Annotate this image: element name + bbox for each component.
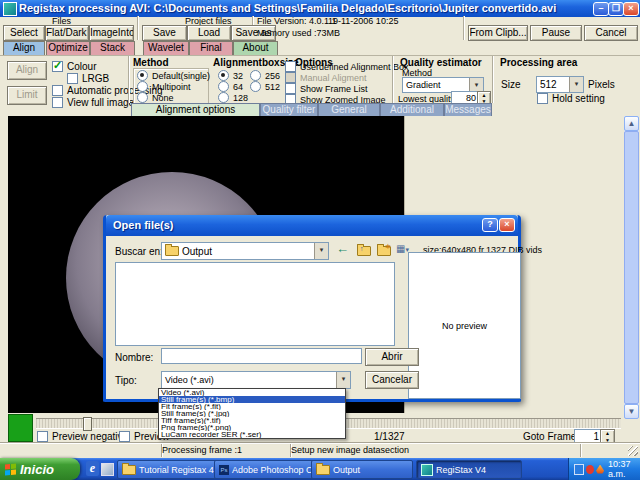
file-type-option[interactable]: Fit frame(s) (*.fit) [159,403,345,410]
status-indicator [8,414,33,442]
file-type-value: Video (*.avi) [162,375,336,385]
view-full-image-checkbox[interactable] [52,97,63,108]
scroll-up-icon[interactable]: ▲ [624,116,639,131]
open-button[interactable]: Abrir [365,348,419,366]
dialog-close-icon[interactable]: × [499,218,515,232]
tray-network-icon[interactable] [574,464,584,475]
file-type-option[interactable]: Video (*.avi) [159,389,345,396]
toolbar-separator [137,16,138,40]
boxsize-128-label: 128 [233,93,248,103]
taskbar-task-output[interactable]: Output [311,460,413,479]
colour-checkbox[interactable] [52,61,63,72]
mode-tab-align[interactable]: Align [3,41,45,56]
boxsize-256-radio[interactable] [250,70,261,81]
file-type-option[interactable]: LuCam recorder SER (*.ser) [159,431,345,438]
dialog-titlebar[interactable]: Open file(s) ? × [106,215,518,236]
from-clipboard-button[interactable]: From Clipb... [468,25,528,41]
start-button[interactable]: Inicio [0,458,80,480]
mode-tab-final[interactable]: Final [189,41,233,56]
align-button[interactable]: Align [7,61,47,80]
dropdown-arrow-icon[interactable]: ▾ [336,372,350,388]
scroll-down-icon[interactable]: ▼ [624,404,639,419]
dropdown-arrow-icon[interactable]: ▾ [314,243,328,259]
back-icon[interactable]: ← [336,241,349,256]
lrgb-checkbox[interactable] [67,73,78,84]
file-type-option[interactable]: Tiff frame(s)(*.tif) [159,417,345,424]
method-none-radio[interactable] [137,92,148,103]
mode-tab-about[interactable]: About [233,41,278,56]
taskbar-task-registax[interactable]: RegiStax V4 [416,460,522,479]
statusbar-processing: Processing frame :1 [158,444,291,457]
hold-setting-checkbox[interactable] [537,93,548,104]
quality-method-value: Gradient [403,80,469,90]
colour-label: Colour [67,61,96,72]
up-folder-icon[interactable]: ↑ [357,246,371,256]
no-preview-label: No preview [442,321,487,331]
imageinto-button[interactable]: ImageInto [89,25,134,41]
limit-button[interactable]: Limit [7,86,47,105]
cancel-button[interactable]: Cancel [584,25,638,41]
goto-frame-input[interactable]: 1 [574,429,602,444]
boxsize-32-label: 32 [233,71,243,81]
load-button[interactable]: Load [187,25,231,41]
mode-tab-stack[interactable]: Stack [90,41,135,56]
restore-button[interactable]: ❐ [608,2,624,16]
look-in-select[interactable]: Output ▾ [161,242,329,260]
dialog-cancel-button[interactable]: Cancelar [365,371,419,389]
frame-slider-thumb[interactable] [83,417,92,431]
internet-explorer-icon[interactable]: e [86,461,99,476]
boxsize-32-radio[interactable] [218,70,229,81]
quick-launch-icon[interactable] [101,463,114,476]
boxsize-64-label: 64 [233,82,243,92]
save-button[interactable]: Save [142,25,187,41]
flatdark-button[interactable]: Flat/Dark ▾ [45,25,89,41]
scrollbar-thumb[interactable] [624,131,639,404]
tray-flame-icon[interactable] [596,465,604,474]
vertical-scrollbar[interactable]: ▲ ▼ [624,116,639,418]
method-multipoint-radio[interactable] [137,81,148,92]
help-icon[interactable]: ? [482,218,498,232]
dropdown-arrow-icon[interactable]: ▾ [469,78,483,92]
taskbar-task-tutorial[interactable]: Tutorial Registax 4 [117,460,219,479]
mode-tab-wavelet[interactable]: Wavelet [143,41,189,56]
lrgb-label: LRGB [82,73,109,84]
quality-estimator-header: Quality estimator [400,57,482,68]
close-button[interactable]: × [623,2,639,16]
window-titlebar[interactable]: Registax processing AVI: C:\Documents an… [0,0,640,17]
open-file-dialog: Open file(s) ? × Buscar en: Output ▾ ← ↑… [103,215,521,402]
preview-negative-checkbox[interactable] [37,431,48,442]
show-frame-list-checkbox[interactable] [285,83,296,94]
size-select[interactable]: 512 ▾ [536,76,584,93]
automatic-processing-checkbox[interactable] [52,85,63,96]
resize-grip[interactable] [628,446,638,456]
preview-checkbox[interactable] [119,431,130,442]
file-type-option-selected[interactable]: Still frame(s) (*.bmp) [159,396,345,403]
preview-pane: No preview [408,252,521,399]
manual-alignment-checkbox [285,72,296,83]
file-type-option[interactable]: Still frame(s) (*.jpg) [159,410,345,417]
userdefined-alignment-box-checkbox[interactable] [285,61,296,72]
mode-tab-optimize[interactable]: Optimize [46,41,90,56]
dropdown-arrow-icon[interactable]: ▾ [569,77,583,92]
file-date-label: 19-11-2006 10:25 [328,16,398,26]
boxsize-128-radio[interactable] [218,92,229,103]
file-type-select[interactable]: Video (*.avi) ▾ [161,371,351,389]
file-name-input[interactable] [161,348,362,364]
file-type-option[interactable]: Png frame(s)(*.png) [159,424,345,431]
memory-used-label: Memory used :73MB [257,28,340,38]
taskbar-task-photoshop[interactable]: Ps Adobe Photoshop CS3 [214,460,316,479]
minimize-button[interactable]: – [593,2,609,16]
preview-negative-label: Preview negative [52,431,128,442]
file-name-label: Nombre: [115,352,153,363]
select-button[interactable]: Select [3,25,45,41]
boxsize-64-radio[interactable] [218,81,229,92]
divider [0,55,640,56]
method-header: Method [133,57,169,68]
boxsize-512-radio[interactable] [250,81,261,92]
method-default-radio[interactable] [137,70,148,81]
file-list[interactable] [115,262,395,346]
tray-red-icon[interactable] [586,465,594,474]
pause-button[interactable]: Pause [530,25,582,41]
boxsize-512-label: 512 [265,82,280,92]
new-folder-icon[interactable]: ✶ [377,246,391,256]
